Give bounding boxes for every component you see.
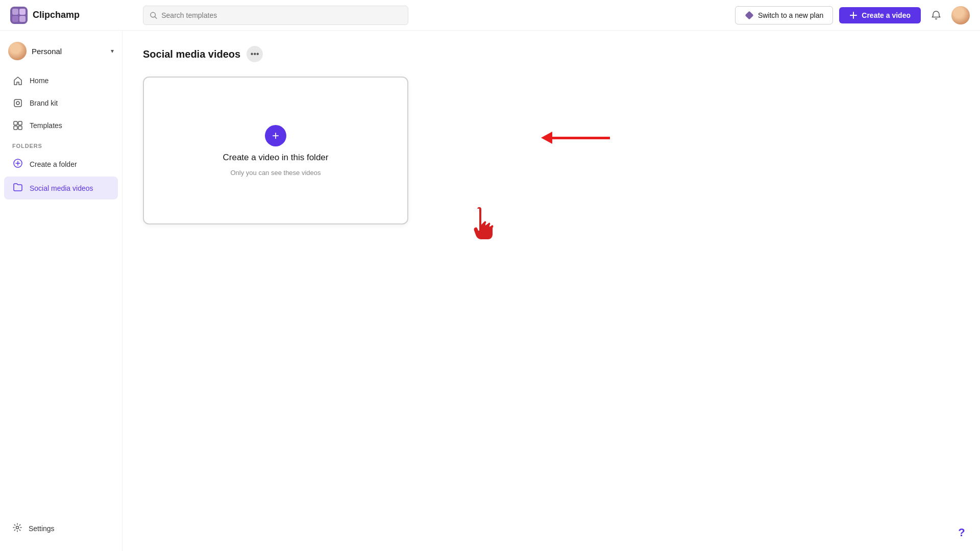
clipchamp-logo-icon [10, 7, 28, 24]
folder-icon [12, 182, 23, 194]
arrow-line [551, 137, 610, 139]
brandkit-icon [12, 97, 23, 109]
cursor-hand-icon [465, 204, 501, 245]
svg-rect-15 [18, 126, 22, 130]
sidebar-brandkit-label: Brand kit [30, 99, 58, 107]
card-title: Create a video in this folder [223, 153, 329, 163]
svg-point-11 [16, 102, 19, 105]
search-icon [150, 11, 157, 19]
svg-rect-14 [14, 126, 17, 130]
svg-rect-1 [12, 9, 18, 15]
social-media-videos-label: Social media videos [30, 184, 93, 192]
avatar[interactable] [951, 6, 970, 24]
svg-rect-7 [745, 11, 753, 19]
svg-rect-10 [14, 99, 21, 107]
home-icon [12, 75, 23, 86]
main-layout: Personal ▾ Home Brand kit [0, 31, 980, 551]
chevron-down-icon: ▾ [111, 47, 114, 55]
svg-point-19 [16, 527, 19, 529]
svg-rect-12 [14, 121, 17, 125]
arrow-head [541, 132, 552, 144]
user-avatar [8, 42, 27, 60]
folder-header: Social media videos ••• [143, 46, 960, 62]
sidebar: Personal ▾ Home Brand kit [0, 31, 122, 551]
card-subtitle: Only you can see these videos [230, 169, 321, 177]
sidebar-templates-label: Templates [30, 121, 62, 130]
diamond-icon [745, 11, 754, 20]
settings-label: Settings [29, 524, 55, 533]
logo-area: Clipchamp [10, 7, 133, 24]
svg-rect-4 [19, 16, 26, 22]
folder-title: Social media videos [143, 48, 240, 60]
arrow-annotation [541, 132, 610, 144]
bell-icon [931, 10, 941, 20]
svg-rect-13 [18, 121, 22, 125]
sidebar-item-brandkit[interactable]: Brand kit [4, 92, 118, 114]
templates-icon [12, 120, 23, 131]
settings-section: Settings [0, 512, 122, 545]
folders-section-label: FOLDERS [0, 137, 122, 152]
create-folder-item[interactable]: Create a folder [4, 153, 118, 176]
switch-plan-button[interactable]: Switch to a new plan [735, 6, 833, 24]
sidebar-item-templates[interactable]: Templates [4, 115, 118, 136]
settings-icon [12, 522, 22, 534]
create-video-card[interactable]: + Create a video in this folder Only you… [143, 77, 408, 224]
plus-icon [849, 11, 857, 19]
content-area: Social media videos ••• + Create a video… [122, 31, 980, 551]
social-media-videos-folder[interactable]: Social media videos [4, 177, 118, 199]
svg-rect-2 [19, 9, 26, 15]
sidebar-item-home[interactable]: Home [4, 70, 118, 91]
header-right: Switch to a new plan Create a video [735, 6, 970, 24]
help-button[interactable]: ? [953, 524, 970, 541]
add-video-icon: + [265, 125, 286, 146]
search-bar[interactable] [143, 6, 408, 25]
create-folder-icon [12, 158, 23, 170]
user-name: Personal [32, 47, 106, 56]
svg-rect-3 [12, 16, 18, 22]
app-title: Clipchamp [33, 10, 80, 20]
settings-item[interactable]: Settings [4, 517, 118, 539]
header: Clipchamp Switch to a new plan Create a … [0, 0, 980, 31]
more-options-button[interactable]: ••• [247, 46, 263, 62]
create-folder-label: Create a folder [30, 160, 77, 168]
user-section[interactable]: Personal ▾ [0, 37, 122, 65]
sidebar-home-label: Home [30, 77, 48, 85]
notifications-button[interactable] [927, 6, 945, 24]
create-video-button[interactable]: Create a video [839, 7, 921, 23]
search-input[interactable] [161, 11, 402, 19]
svg-line-6 [155, 16, 156, 18]
